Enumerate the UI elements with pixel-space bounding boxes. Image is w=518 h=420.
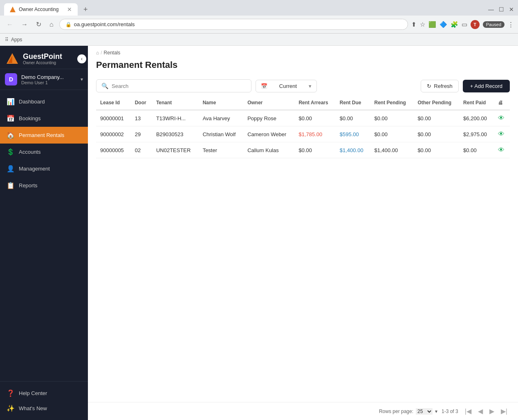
help-label: Help Center bbox=[19, 390, 47, 396]
first-page-button[interactable]: |◀ bbox=[462, 407, 474, 416]
sidebar-item-help-center[interactable]: ❓ Help Center bbox=[0, 386, 88, 401]
cell-rent-pending: $0.00 bbox=[370, 126, 413, 142]
nav-menu: 📊 Dashboard 📅 Bookings 🏠 Permanent Renta… bbox=[0, 90, 88, 381]
table-container: Lease Id Door Tenant Name Owner Rent Arr… bbox=[88, 96, 518, 402]
share-icon[interactable]: ⬆ bbox=[411, 21, 417, 28]
cell-rent-pending: $0.00 bbox=[370, 110, 413, 126]
breadcrumb-home-icon[interactable]: ⌂ bbox=[96, 50, 99, 56]
browser-action-icons: ⬆ ☆ 🟩 🔷 🧩 ▭ T Paused ⋮ bbox=[411, 20, 514, 29]
cell-door: 29 bbox=[131, 126, 152, 142]
whats-new-label: What's New bbox=[19, 405, 47, 411]
profile-icon[interactable]: T bbox=[471, 20, 480, 29]
sidebar-toggle-icon[interactable]: ▭ bbox=[462, 21, 467, 28]
last-page-button[interactable]: ▶| bbox=[498, 407, 510, 416]
bookings-icon: 📅 bbox=[7, 115, 14, 122]
sidebar-item-accounts[interactable]: 💲 Accounts bbox=[0, 144, 88, 160]
accounts-label: Accounts bbox=[19, 149, 40, 155]
cell-view-action[interactable]: 👁 bbox=[494, 126, 510, 142]
breadcrumb-separator: / bbox=[101, 50, 102, 56]
permanent-rentals-label: Permanent Rentals bbox=[19, 132, 64, 138]
cell-other-pending: $0.00 bbox=[413, 110, 459, 126]
next-page-button[interactable]: ▶ bbox=[487, 407, 497, 416]
cell-rent-due: $1,400.00 bbox=[336, 142, 370, 158]
extensions-icon[interactable]: 🧩 bbox=[451, 21, 458, 28]
close-window-icon[interactable]: ✕ bbox=[509, 6, 514, 13]
cell-rent-arrears: $1,785.00 bbox=[294, 126, 335, 142]
window-controls: — ☐ ✕ bbox=[488, 6, 514, 13]
dashboard-icon: 📊 bbox=[7, 98, 14, 106]
sidebar-item-management[interactable]: 👤 Management bbox=[0, 160, 88, 177]
cell-owner: Poppy Rose bbox=[243, 110, 294, 126]
url-text: oa.guestpoint.com/rentals bbox=[74, 21, 135, 27]
cell-lease-id: 90000001 bbox=[96, 110, 131, 126]
cell-rent-due: $595.00 bbox=[336, 126, 370, 142]
cell-lease-id: 90000002 bbox=[96, 126, 131, 142]
table-header-row: Lease Id Door Tenant Name Owner Rent Arr… bbox=[96, 96, 510, 110]
bookmark-icon[interactable]: ☆ bbox=[420, 21, 425, 28]
sidebar-item-reports[interactable]: 📋 Reports bbox=[0, 177, 88, 194]
address-bar[interactable]: 🔒 oa.guestpoint.com/rentals bbox=[59, 19, 408, 30]
forward-button[interactable]: → bbox=[19, 19, 30, 30]
sidebar-bottom: ❓ Help Center ✨ What's New bbox=[0, 381, 88, 420]
home-button[interactable]: ⌂ bbox=[47, 19, 56, 30]
tab-close-icon[interactable]: ✕ bbox=[67, 6, 72, 13]
apps-label[interactable]: Apps bbox=[11, 37, 22, 43]
menu-icon[interactable]: ⋮ bbox=[508, 21, 514, 28]
browser-tab[interactable]: Owner Accounting ✕ bbox=[4, 3, 78, 16]
company-user: Demo User 1 bbox=[21, 80, 76, 85]
view-record-icon[interactable]: 👁 bbox=[498, 130, 505, 137]
cell-tenant: B29030523 bbox=[152, 126, 199, 142]
sidebar-logo: GuestPoint Owner Accounting ‹ bbox=[0, 46, 88, 69]
chevron-down-icon: ▾ bbox=[309, 83, 312, 89]
view-record-icon[interactable]: 👁 bbox=[498, 115, 505, 121]
whats-new-icon: ✨ bbox=[7, 404, 14, 412]
page-title: Permanent Rentals bbox=[96, 60, 510, 70]
search-input[interactable] bbox=[112, 83, 246, 89]
prev-page-button[interactable]: ◀ bbox=[475, 407, 485, 416]
refresh-button[interactable]: ↻ Refresh bbox=[421, 80, 459, 92]
extension-icon2[interactable]: 🔷 bbox=[440, 21, 447, 28]
refresh-label: Refresh bbox=[434, 83, 453, 89]
management-label: Management bbox=[19, 166, 50, 172]
minimize-icon[interactable]: — bbox=[488, 6, 494, 13]
company-avatar: D bbox=[5, 73, 17, 85]
logo-subtitle: Owner Accounting bbox=[23, 61, 62, 65]
maximize-icon[interactable]: ☐ bbox=[499, 6, 504, 13]
sidebar-collapse-button[interactable]: ‹ bbox=[77, 54, 86, 63]
back-button[interactable]: ← bbox=[4, 19, 16, 30]
cell-door: 02 bbox=[131, 142, 152, 158]
sidebar-item-dashboard[interactable]: 📊 Dashboard bbox=[0, 93, 88, 110]
extension-icon1[interactable]: 🟩 bbox=[428, 21, 436, 28]
cell-other-pending: $0.00 bbox=[413, 142, 459, 158]
lock-icon: 🔒 bbox=[65, 22, 72, 27]
sidebar-item-bookings[interactable]: 📅 Bookings bbox=[0, 110, 88, 127]
filter-dropdown[interactable]: 📅 Current ▾ bbox=[256, 80, 317, 92]
rows-per-page-select[interactable]: 25 50 100 bbox=[416, 408, 433, 415]
cell-rent-paid: $6,200.00 bbox=[459, 110, 494, 126]
view-record-icon[interactable]: 👁 bbox=[498, 146, 505, 153]
col-header-rent-due: Rent Due bbox=[336, 96, 370, 110]
permanent-rentals-icon: 🏠 bbox=[7, 131, 14, 139]
sidebar: GuestPoint Owner Accounting ‹ D Demo Com… bbox=[0, 46, 88, 420]
add-record-button[interactable]: + Add Record bbox=[463, 80, 510, 92]
sidebar-item-whats-new[interactable]: ✨ What's New bbox=[0, 401, 88, 416]
company-selector[interactable]: D Demo Company... Demo User 1 ▾ bbox=[0, 69, 88, 90]
table-row: 90000001 13 T13WRI-H... Ava Harvey Poppy… bbox=[96, 110, 510, 126]
reload-button[interactable]: ↻ bbox=[34, 19, 44, 30]
cell-view-action[interactable]: 👁 bbox=[494, 142, 510, 158]
col-header-rent-pending: Rent Pending bbox=[370, 96, 413, 110]
toolbar: 🔍 📅 Current ▾ ↻ Refresh + Add Record bbox=[88, 76, 518, 96]
search-box[interactable]: 🔍 bbox=[96, 79, 251, 92]
dashboard-label: Dashboard bbox=[19, 99, 45, 105]
sidebar-item-permanent-rentals[interactable]: 🏠 Permanent Rentals bbox=[0, 127, 88, 144]
table-row: 90000002 29 B29030523 Christian Wolf Cam… bbox=[96, 126, 510, 142]
accounts-icon: 💲 bbox=[7, 148, 14, 156]
cell-rent-due: $0.00 bbox=[336, 110, 370, 126]
add-record-label: + Add Record bbox=[470, 83, 502, 89]
cell-view-action[interactable]: 👁 bbox=[494, 110, 510, 126]
cell-rent-arrears: $0.00 bbox=[294, 142, 335, 158]
new-tab-button[interactable]: + bbox=[81, 5, 90, 14]
col-header-tenant: Tenant bbox=[152, 96, 199, 110]
col-header-owner: Owner bbox=[243, 96, 294, 110]
logo-name: GuestPoint bbox=[23, 53, 62, 61]
